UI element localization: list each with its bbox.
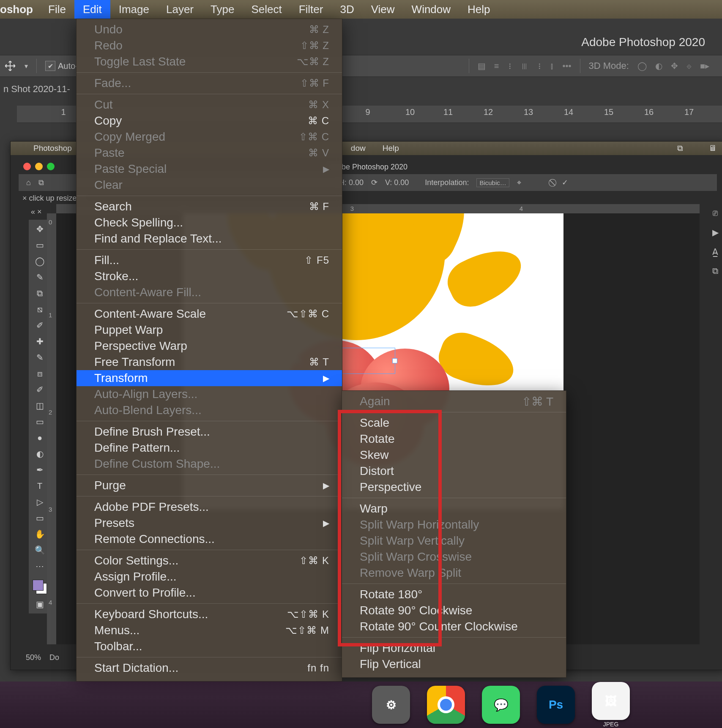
slide-3d-icon[interactable]: ⟐ (686, 61, 692, 71)
edit-toolbar-icon[interactable]: ⋯ (33, 560, 47, 572)
edit-menu-item-assign-profile[interactable]: Assign Profile... (77, 569, 342, 585)
paragraph-panel-icon[interactable]: ⧉ (712, 266, 718, 276)
zoom-tool-icon[interactable]: 🔍 (33, 544, 47, 556)
transform-item-warp[interactable]: Warp (342, 501, 566, 517)
menu-window[interactable]: Window (403, 0, 459, 19)
gradient-tool-icon[interactable]: ▭ (33, 416, 47, 428)
move-tool-icon[interactable] (4, 60, 16, 72)
camera-3d-icon[interactable]: ■▸ (700, 61, 709, 71)
edit-menu-item-find-and-replace-text[interactable]: Find and Replace Text... (77, 231, 342, 247)
shape-tool-icon[interactable]: ▭ (33, 512, 47, 524)
edit-menu-item-start-dictation[interactable]: Start Dictation...fn fn (77, 660, 342, 676)
edit-menu-item-check-spelling[interactable]: Check Spelling... (77, 215, 342, 231)
properties-panel-icon[interactable]: ⎚ (713, 208, 718, 218)
menu-image[interactable]: Image (110, 0, 158, 19)
type-tool-icon[interactable]: T (33, 480, 47, 492)
menu-select[interactable]: Select (243, 0, 290, 19)
edit-menu-item-adobe-pdf-presets[interactable]: Adobe PDF Presets... (77, 499, 342, 515)
tool-preset-dropdown-icon[interactable]: ▾ (25, 62, 28, 70)
monitor-icon[interactable]: 🖥 (708, 144, 717, 153)
color-swatches[interactable] (33, 580, 47, 594)
auto-select-checkbox[interactable]: ✔Auto- (45, 61, 78, 71)
menu-type[interactable]: Type (202, 0, 243, 19)
edit-menu-item-puppet-warp[interactable]: Puppet Warp (77, 322, 342, 338)
history-brush-tool-icon[interactable]: ✐ (33, 384, 47, 395)
menu-3d[interactable]: 3D (331, 0, 362, 19)
edit-menu-item-free-transform[interactable]: Free Transform⌘ T (77, 354, 342, 370)
transform-item-flip-horizontal[interactable]: Flip Horizontal (342, 640, 566, 656)
dropbox-icon[interactable]: ⧉ (677, 144, 683, 153)
transform-item-scale[interactable]: Scale (342, 415, 566, 431)
dock-app-messages[interactable]: 💬 (482, 686, 520, 724)
edit-menu-item-presets[interactable]: Presets▶ (77, 515, 342, 531)
more-options-icon[interactable]: ••• (563, 61, 572, 71)
align-center-icon[interactable]: ≡ (494, 61, 499, 71)
edit-menu-item-fill[interactable]: Fill...⇧ F5 (77, 252, 342, 268)
pan-3d-icon[interactable]: ✥ (671, 61, 678, 71)
roll-3d-icon[interactable]: ◐ (655, 61, 662, 71)
photoshop-icon[interactable]: Ps (537, 686, 575, 724)
menu-filter[interactable]: Filter (290, 0, 332, 19)
marquee-tool-icon[interactable]: ▭ (33, 239, 47, 251)
transform-item-rotate-90-clockwise[interactable]: Rotate 90° Clockwise (342, 603, 566, 619)
transform-item-rotate-180[interactable]: Rotate 180° (342, 586, 566, 603)
character-panel-icon[interactable]: A̲ (712, 247, 718, 257)
dock-app-photoshop[interactable]: Ps (537, 686, 575, 724)
transform-item-skew[interactable]: Skew (342, 447, 566, 463)
interpolation-dropdown[interactable]: Bicubic… (476, 178, 509, 187)
orbit-3d-icon[interactable]: ◯ (637, 61, 647, 71)
transform-handle[interactable] (392, 358, 397, 363)
edit-menu-item-perspective-warp[interactable]: Perspective Warp (77, 338, 342, 354)
dock-app-chrome[interactable] (427, 686, 465, 724)
crop-icon[interactable]: ⧉ (38, 178, 44, 187)
align-vcenter-icon[interactable]: ⫼ (520, 61, 529, 71)
frame-tool-icon[interactable]: ⧅ (33, 303, 47, 315)
toolbar-collapse-icon[interactable]: « × (31, 207, 42, 216)
clone-stamp-tool-icon[interactable]: ⧈ (33, 368, 47, 379)
menu-edit[interactable]: Edit (74, 0, 110, 19)
edit-menu-item-keyboard-shortcuts[interactable]: Keyboard Shortcuts...⌥⇧⌘ K (77, 606, 342, 622)
transform-item-rotate-90-counter-clockwise[interactable]: Rotate 90° Counter Clockwise (342, 619, 566, 635)
eraser-tool-icon[interactable]: ◫ (33, 400, 47, 412)
transform-item-flip-vertical[interactable]: Flip Vertical (342, 656, 566, 672)
dodge-tool-icon[interactable]: ◐ (33, 448, 47, 460)
actions-panel-icon[interactable]: ▶ (712, 227, 719, 237)
commit-transform-icon[interactable]: ✓ (562, 178, 568, 187)
align-bottom-icon[interactable]: ⫶ (537, 61, 542, 71)
blur-tool-icon[interactable]: ● (33, 432, 47, 444)
menu-layer[interactable]: Layer (158, 0, 202, 19)
move-tool-icon[interactable]: ✥ (33, 223, 47, 235)
hand-tool-icon[interactable]: ✋ (33, 528, 47, 540)
edit-menu-item-color-settings[interactable]: Color Settings...⇧⌘ K (77, 553, 342, 569)
edit-menu-item-toolbar[interactable]: Toolbar... (77, 638, 342, 654)
pen-tool-icon[interactable]: ✒ (33, 464, 47, 476)
transform-item-distort[interactable]: Distort (342, 463, 566, 479)
transform-item-perspective[interactable]: Perspective (342, 479, 566, 495)
menu-view[interactable]: View (363, 0, 403, 19)
distribute-icon[interactable]: ⫿ (550, 61, 554, 71)
edit-menu-item-remote-connections[interactable]: Remote Connections... (77, 531, 342, 547)
home-icon[interactable]: ⌂ (26, 178, 31, 187)
path-select-tool-icon[interactable]: ▷ (33, 496, 47, 508)
dock-app-settings[interactable]: ⚙︎ (372, 686, 410, 724)
jpeg-icon[interactable]: 🖼 (592, 682, 630, 720)
edit-menu-item-menus[interactable]: Menus...⌥⇧⌘ M (77, 622, 342, 638)
settings-icon[interactable]: ⚙︎ (372, 686, 410, 724)
edit-menu-item-content-aware-scale[interactable]: Content-Aware Scale⌥⇧⌘ C (77, 306, 342, 322)
eyedropper-tool-icon[interactable]: ✐ (33, 319, 47, 331)
menu-help[interactable]: Help (459, 0, 498, 19)
edit-menu-item-stroke[interactable]: Stroke... (77, 268, 342, 284)
dock-app-jpeg[interactable]: 🖼JPEG (592, 682, 630, 728)
link-icon[interactable]: ⟳ (371, 178, 377, 187)
transform-item-rotate[interactable]: Rotate (342, 431, 566, 447)
brush-tool-icon[interactable]: ✎ (33, 352, 47, 363)
zoom-level[interactable]: 50% Do (26, 653, 59, 662)
chrome-icon[interactable] (427, 686, 465, 724)
edit-menu-item-define-brush-preset[interactable]: Define Brush Preset... (77, 424, 342, 440)
document-tab[interactable]: n Shot 2020-11- (0, 83, 70, 95)
quick-select-tool-icon[interactable]: ✎ (33, 271, 47, 283)
align-top-icon[interactable]: ⫶ (508, 61, 512, 71)
healing-brush-tool-icon[interactable]: ✚ (33, 335, 47, 347)
bg-document-tab[interactable]: × click up resize e (22, 194, 83, 203)
menu-file[interactable]: File (40, 0, 74, 19)
